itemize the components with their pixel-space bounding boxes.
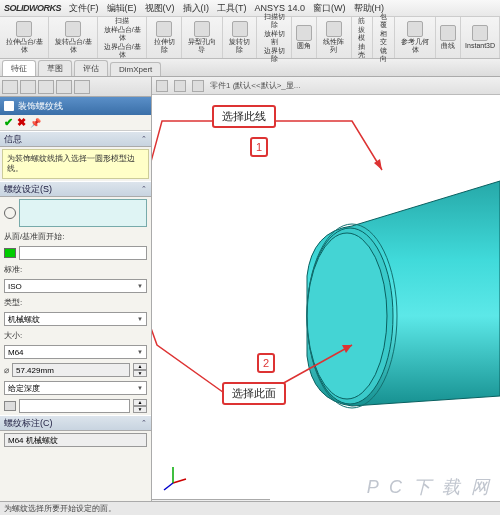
face-swatch-icon — [4, 248, 16, 258]
from-label: 从面/基准面开始: — [0, 229, 151, 244]
svg-line-9 — [164, 483, 173, 490]
revolve-icon — [65, 21, 81, 37]
model-3d — [152, 95, 500, 497]
diameter-icon: ⌀ — [4, 365, 9, 375]
cmd-cut-revolve[interactable]: 旋转切除 — [223, 17, 258, 58]
graphics-viewport[interactable]: 零件1 (默认<<默认>_显... 选择此线 1 选择此面 — [152, 77, 500, 515]
svg-line-7 — [173, 479, 186, 483]
cmd-cut-extrude[interactable]: 拉伸切除 — [147, 17, 182, 58]
tab-evaluate[interactable]: 评估 — [74, 60, 108, 76]
cancel-button[interactable]: ✖ — [17, 116, 26, 129]
section-thread-settings[interactable]: 螺纹设定(S)⌃ — [0, 181, 151, 197]
size-dropdown[interactable]: M64▼ — [4, 345, 147, 359]
depth-dropdown[interactable]: 给定深度▼ — [4, 381, 147, 395]
tab-dimxpert[interactable]: DimXpert — [110, 62, 161, 76]
chevron-down-icon: ▼ — [137, 385, 143, 391]
pm-title: 装饰螺纹线 — [18, 100, 63, 113]
property-manager: 装饰螺纹线 ✔ ✖ 📌 信息⌃ 为装饰螺纹线插入选择一圆形模型边线。 螺纹设定(… — [0, 77, 152, 515]
depth-input[interactable] — [19, 399, 130, 413]
cmd-curves[interactable]: 曲线 — [436, 17, 461, 58]
diameter-spinner[interactable]: ▲▼ — [133, 363, 147, 377]
watermark: P C 下 载 网 — [367, 477, 492, 497]
menu-tools[interactable]: 工具(T) — [217, 2, 247, 15]
doc-tab[interactable]: 零件1 (默认<<默认>_显... — [210, 80, 300, 91]
section-callout[interactable]: 螺纹标注(C)⌃ — [0, 415, 151, 431]
depth-icon — [4, 401, 16, 411]
status-text: 为螺纹选择所要开始设定的面。 — [4, 503, 116, 514]
ok-button[interactable]: ✔ — [4, 116, 13, 129]
tab-sketch[interactable]: 草图 — [38, 60, 72, 76]
chevron-down-icon: ▼ — [137, 316, 143, 322]
face-select-row — [0, 244, 151, 262]
caret-icon: ⌃ — [141, 419, 147, 427]
extrude-icon — [16, 21, 32, 37]
cmd-fillet[interactable]: 圆角 — [292, 17, 317, 58]
face-select-box[interactable] — [19, 246, 147, 260]
main-container: 装饰螺纹线 ✔ ✖ 📌 信息⌃ 为装饰螺纹线插入选择一圆形模型边线。 螺纹设定(… — [0, 77, 500, 515]
edge-select-row — [0, 197, 151, 229]
caret-icon: ⌃ — [141, 185, 147, 193]
chevron-down-icon: ▼ — [137, 349, 143, 355]
refgeom-icon — [407, 21, 423, 37]
standard-dropdown[interactable]: ISO▼ — [4, 279, 147, 293]
cmd-hole-wizard[interactable]: 异型孔向导 — [182, 17, 223, 58]
view-cube-icon[interactable] — [192, 80, 204, 92]
tab-features[interactable]: 特征 — [2, 60, 36, 76]
type-dropdown[interactable]: 机械螺纹▼ — [4, 312, 147, 326]
view-cube-icon[interactable] — [174, 80, 186, 92]
view-triad[interactable] — [158, 463, 188, 493]
thread-icon — [4, 101, 14, 111]
size-label: 大小: — [0, 328, 151, 343]
cmd-sweep-group[interactable]: 扫描放样凸台/基体边界凸台/基体 — [98, 17, 147, 58]
command-ribbon: 拉伸凸台/基体 旋转凸台/基体 扫描放样凸台/基体边界凸台/基体 拉伸切除 异型… — [0, 17, 500, 59]
hole-icon — [194, 21, 210, 37]
cmd-ref-geom[interactable]: 参考几何体 — [395, 17, 436, 58]
cut-extrude-icon — [156, 21, 172, 37]
pin-button[interactable]: 📌 — [30, 118, 41, 128]
chevron-down-icon: ▼ — [137, 283, 143, 289]
circle-edge-icon — [4, 207, 16, 219]
type-label: 类型: — [0, 295, 151, 310]
caret-icon: ⌃ — [141, 135, 147, 143]
fmgr-tab5[interactable] — [74, 80, 90, 94]
app-logo: SOLIDWORKS — [4, 3, 61, 13]
cmd-cut-sweep-group[interactable]: 扫描切除放样切割边界切除 — [257, 17, 292, 58]
std-label: 标准: — [0, 262, 151, 277]
fmgr-tab-pm[interactable] — [20, 80, 36, 94]
cmd-extrude-boss[interactable]: 拉伸凸台/基体 — [0, 17, 49, 58]
section-info[interactable]: 信息⌃ — [0, 131, 151, 147]
cmd-revolve-boss[interactable]: 旋转凸台/基体 — [49, 17, 98, 58]
cmd-wrap-group[interactable]: 包覆相交镜向 — [373, 17, 395, 58]
cmd-pattern[interactable]: 线性阵列 — [317, 17, 352, 58]
menu-edit[interactable]: 编辑(E) — [107, 2, 137, 15]
fmgr-tab3[interactable] — [38, 80, 54, 94]
cmd-tabs: 特征 草图 评估 DimXpert — [0, 59, 500, 77]
fmgr-tab-row — [0, 77, 151, 97]
pattern-icon — [326, 21, 342, 37]
callout-select-face: 选择此面 — [222, 382, 286, 405]
curves-icon — [440, 25, 456, 41]
callout-select-line: 选择此线 — [212, 105, 276, 128]
fillet-icon — [296, 25, 312, 41]
fmgr-tab-tree[interactable] — [2, 80, 18, 94]
status-bar: 为螺纹选择所要开始设定的面。 — [0, 501, 500, 515]
menu-window[interactable]: 窗口(W) — [313, 2, 346, 15]
info-text: 为装饰螺纹线插入选择一圆形模型边线。 — [2, 149, 149, 179]
menu-view[interactable]: 视图(V) — [145, 2, 175, 15]
svg-point-1 — [307, 233, 387, 399]
edge-select-box[interactable] — [19, 199, 147, 227]
pm-actions: ✔ ✖ 📌 — [0, 115, 151, 131]
menu-ansys[interactable]: ANSYS 14.0 — [255, 3, 306, 13]
menu-insert[interactable]: 插入(I) — [183, 2, 210, 15]
callout-input[interactable]: M64 机械螺纹 — [4, 433, 147, 447]
cmd-rib-group[interactable]: 筋拔模抽壳 — [352, 17, 374, 58]
view-cube-icon[interactable] — [156, 80, 168, 92]
view-toolbar: 零件1 (默认<<默认>_显... — [152, 77, 500, 95]
diameter-input[interactable]: 57.429mm — [12, 363, 130, 377]
menu-bar: SOLIDWORKS 文件(F) 编辑(E) 视图(V) 插入(I) 工具(T)… — [0, 0, 500, 17]
depth-spinner[interactable]: ▲▼ — [133, 399, 147, 413]
fmgr-tab4[interactable] — [56, 80, 72, 94]
cmd-instant3d[interactable]: Instant3D — [461, 17, 500, 58]
menu-file[interactable]: 文件(F) — [69, 2, 99, 15]
step-marker-2: 2 — [257, 353, 275, 373]
